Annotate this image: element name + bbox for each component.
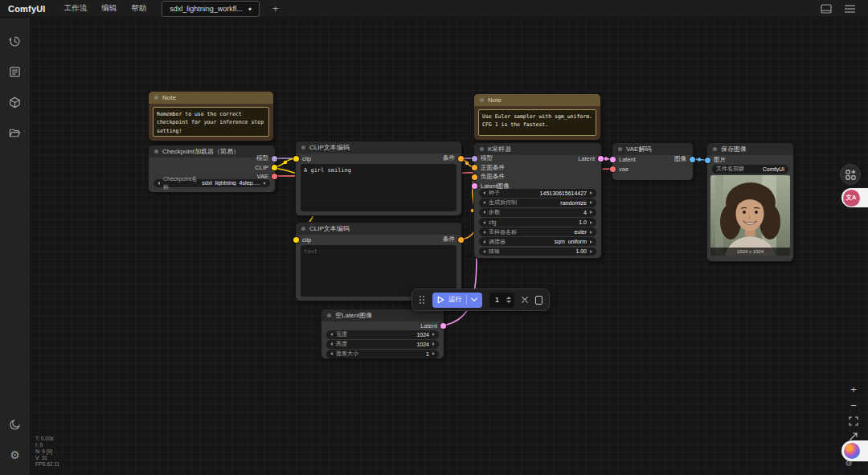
port-dot-latent[interactable]: [472, 183, 477, 189]
widget-width[interactable]: 宽度 1024: [326, 330, 439, 339]
input-positive[interactable]: 正面条件: [472, 164, 505, 172]
zoom-in-icon[interactable]: +: [850, 384, 857, 395]
widget-sampler-name[interactable]: 采样器名称 euler: [479, 227, 596, 236]
port-dot-model[interactable]: [272, 156, 277, 162]
next-arrow-icon[interactable]: [432, 352, 435, 355]
widget-batch-size[interactable]: 批量大小 1: [326, 350, 439, 358]
node-save-image[interactable]: 保存图像 图片 文件名前缀 ComfyUI: [707, 143, 793, 261]
fit-view-icon[interactable]: [849, 416, 858, 426]
collapse-dot-icon[interactable]: [327, 313, 331, 317]
next-arrow-icon[interactable]: [590, 221, 592, 224]
prev-arrow-icon[interactable]: [483, 231, 485, 234]
widget-cfg[interactable]: cfg 1.0: [479, 218, 596, 227]
prev-arrow-icon[interactable]: [483, 221, 485, 224]
bottom-panel-toggle-icon[interactable]: [821, 4, 832, 14]
output-image[interactable]: 图像: [674, 155, 695, 163]
collapse-dot-icon[interactable]: [301, 145, 305, 149]
next-arrow-icon[interactable]: [590, 240, 592, 244]
add-nodes-button[interactable]: [840, 164, 861, 185]
clear-queue-icon[interactable]: [522, 296, 528, 304]
next-arrow-icon[interactable]: [590, 191, 592, 195]
next-arrow-icon[interactable]: [590, 250, 592, 253]
input-negative[interactable]: 负面条件: [472, 173, 505, 181]
drag-handle-icon[interactable]: [419, 295, 425, 305]
next-arrow-icon[interactable]: [590, 231, 592, 234]
collapse-dot-icon[interactable]: [618, 147, 622, 151]
widget-scheduler[interactable]: 调度器 sgm_uniform: [479, 237, 596, 246]
batch-count-input[interactable]: 1: [489, 293, 514, 308]
menu-help[interactable]: 帮助: [125, 1, 152, 16]
input-clip[interactable]: clip: [293, 154, 311, 162]
history-icon[interactable]: [0, 26, 31, 56]
port-dot-image[interactable]: [690, 157, 695, 162]
output-conditioning[interactable]: 条件: [443, 235, 464, 244]
generated-image[interactable]: 1024 x 1024: [710, 175, 790, 256]
menu-icon[interactable]: [845, 5, 855, 13]
port-dot-model[interactable]: [472, 156, 477, 162]
port-dot-clip[interactable]: [293, 237, 299, 243]
theme-toggle-icon[interactable]: [0, 409, 31, 440]
output-clip[interactable]: CLIP: [255, 163, 277, 171]
node-clip-encode-positive[interactable]: CLIP文本编码 clip 条件 A girl smiling: [296, 141, 461, 215]
chevron-down-icon[interactable]: [471, 297, 477, 302]
new-tab-button[interactable]: +: [269, 3, 282, 14]
node-title[interactable]: 空Latent图像: [321, 309, 444, 321]
assistant-pill[interactable]: [841, 440, 868, 461]
stop-icon[interactable]: [535, 296, 542, 305]
select-mode-icon[interactable]: [849, 432, 858, 441]
output-conditioning[interactable]: 条件: [443, 154, 464, 162]
port-dot-conditioning[interactable]: [472, 174, 477, 180]
next-arrow-icon[interactable]: [590, 201, 592, 204]
node-note-sampler[interactable]: Note Use Euler sampler with sgm_uniform.…: [474, 94, 600, 140]
output-latent[interactable]: Latent: [578, 154, 604, 162]
input-model[interactable]: 模型: [472, 154, 493, 162]
menu-workflow[interactable]: 工作流: [59, 1, 93, 16]
next-arrow-icon[interactable]: [264, 182, 266, 185]
zoom-out-icon[interactable]: −: [850, 400, 857, 411]
prompt-textarea[interactable]: A girl smiling: [301, 164, 457, 211]
port-dot-conditioning[interactable]: [472, 165, 477, 170]
output-model[interactable]: 模型: [256, 154, 277, 162]
node-title[interactable]: CLIP文本编码: [296, 141, 461, 154]
prev-arrow-icon[interactable]: [330, 333, 333, 336]
prev-arrow-icon[interactable]: [483, 250, 485, 253]
input-clip[interactable]: clip: [293, 235, 311, 244]
node-title[interactable]: K采样器: [474, 143, 601, 155]
widget-filename-prefix[interactable]: 文件名前缀 ComfyUI: [712, 165, 788, 174]
node-title[interactable]: Note: [149, 92, 273, 104]
prev-arrow-icon[interactable]: [483, 211, 485, 214]
input-vae[interactable]: vae: [610, 165, 628, 173]
collapse-dot-icon[interactable]: [713, 147, 717, 151]
collapse-dot-icon[interactable]: [301, 227, 305, 231]
count-stepper[interactable]: [506, 297, 511, 303]
port-dot-latent[interactable]: [610, 157, 616, 162]
widget-steps[interactable]: 步数 4: [479, 208, 596, 217]
prev-arrow-icon[interactable]: [483, 240, 485, 244]
node-library-icon[interactable]: [0, 87, 31, 117]
node-title[interactable]: CLIP文本编码: [296, 223, 461, 235]
widget-ckpt-name[interactable]: Checkpoint名称 sdxl_lightning_4step.saf...: [154, 179, 270, 188]
next-arrow-icon[interactable]: [432, 342, 435, 346]
node-title[interactable]: VAE解码: [612, 143, 693, 155]
step-down-icon[interactable]: [506, 301, 511, 303]
collapse-dot-icon[interactable]: [154, 96, 158, 100]
translate-pill[interactable]: 文A: [841, 188, 868, 207]
queue-icon[interactable]: [0, 56, 31, 87]
node-title[interactable]: 保存图像: [707, 143, 793, 155]
collapse-dot-icon[interactable]: [480, 98, 484, 102]
run-button[interactable]: 运行: [432, 293, 482, 308]
prev-arrow-icon[interactable]: [330, 352, 333, 355]
port-dot-latent[interactable]: [598, 156, 604, 162]
widget-denoise[interactable]: 降噪 1.00: [479, 248, 596, 256]
node-title[interactable]: Note: [474, 94, 600, 106]
prev-arrow-icon[interactable]: [483, 201, 485, 204]
widget-height[interactable]: 高度 1024: [326, 340, 439, 349]
workflows-folder-icon[interactable]: [0, 117, 31, 148]
step-up-icon[interactable]: [506, 297, 511, 299]
port-dot-image[interactable]: [705, 158, 710, 163]
note-text[interactable]: Remember to use the correct checkpoint f…: [153, 107, 269, 137]
collapse-dot-icon[interactable]: [154, 149, 158, 154]
port-dot-vae[interactable]: [272, 174, 277, 179]
widget-control-after-generate[interactable]: 生成后控制 randomize: [479, 199, 596, 207]
node-note-checkpoint[interactable]: Note Remember to use the correct checkpo…: [149, 92, 273, 141]
